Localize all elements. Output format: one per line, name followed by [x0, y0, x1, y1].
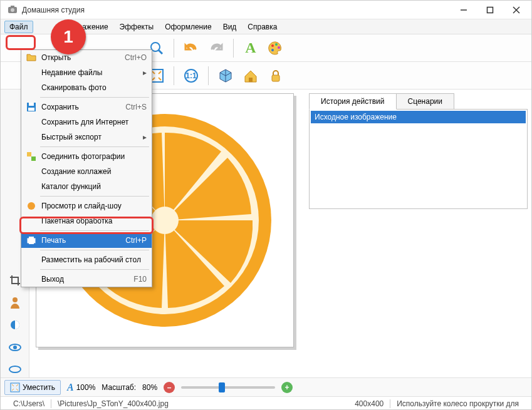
slideshow-icon [24, 201, 39, 211]
svg-text:1:1: 1:1 [185, 71, 197, 80]
svg-point-32 [28, 202, 35, 210]
svg-rect-30 [27, 152, 31, 156]
cube-icon[interactable] [215, 65, 236, 86]
svg-line-8 [159, 50, 162, 54]
status-file: \Pictures\Jp_STonY_400x400.jpg [51, 399, 175, 408]
contrast-icon[interactable] [6, 317, 24, 333]
menu-collage[interactable]: Создание коллажей [21, 164, 152, 179]
svg-rect-31 [31, 156, 36, 161]
svg-point-9 [271, 44, 274, 47]
fit-button[interactable]: Уместить [4, 380, 61, 395]
svg-rect-16 [249, 78, 253, 82]
svg-rect-28 [29, 103, 34, 106]
scale-label: Масштаб: [102, 383, 136, 392]
ratio-1-1-icon[interactable]: 1:1 [180, 65, 202, 86]
scale-value: 80% [142, 383, 157, 392]
status-bar-info: C:\Users\ \Pictures\Jp_STonY_400x400.jpg… [1, 396, 531, 410]
menu-exit[interactable]: Выход F10 [21, 272, 152, 287]
svg-point-25 [151, 207, 179, 234]
menu-save[interactable]: Сохранить Ctrl+S [21, 100, 152, 115]
redo-icon[interactable] [206, 38, 227, 59]
chevron-right-icon: ▸ [143, 133, 147, 141]
palette-icon[interactable] [265, 38, 286, 59]
svg-point-12 [278, 46, 280, 49]
save-icon [24, 102, 39, 112]
folder-open-icon [24, 53, 39, 63]
svg-rect-17 [272, 75, 279, 81]
history-list[interactable]: Исходное изображение [309, 109, 528, 209]
titlebar: Домашняя студия [1, 1, 531, 19]
text-a-icon: A [67, 382, 74, 393]
svg-point-11 [275, 43, 278, 46]
text-zoom: A 100% [67, 382, 95, 393]
print-icon [24, 235, 39, 245]
tab-history[interactable]: История действий [309, 93, 397, 110]
right-panel: История действий Сценарии Исходное изобр… [305, 90, 531, 377]
status-path-prefix: C:\Users\ [7, 399, 51, 408]
menu-effects[interactable]: Эффекты [115, 21, 159, 33]
close-button[interactable] [504, 1, 529, 19]
svg-point-22 [9, 366, 21, 372]
menu-quick-export[interactable]: Быстрый экспорт▸ [21, 130, 152, 145]
menu-open[interactable]: Открыть Ctrl+O [21, 50, 152, 65]
history-item[interactable]: Исходное изображение [311, 111, 526, 123]
svg-rect-35 [29, 242, 34, 244]
status-bar-zoom: Уместить A 100% Масштаб: 80% – + [1, 377, 531, 396]
zoom-out-button[interactable]: – [164, 382, 175, 393]
menu-scan[interactable]: Сканировать фото [21, 80, 152, 95]
file-dropdown: Открыть Ctrl+O Недавние файлы▸ Сканирова… [21, 49, 152, 287]
zoom-in-button[interactable]: + [281, 382, 293, 393]
undo-icon[interactable] [180, 38, 202, 59]
slider-thumb[interactable] [219, 382, 225, 392]
menu-batch[interactable]: Пакетная обработка [21, 213, 152, 228]
minimize-button[interactable] [451, 1, 476, 19]
svg-point-7 [151, 43, 160, 51]
menu-help[interactable]: Справка [243, 21, 282, 33]
status-dims: 400x400 [348, 399, 390, 408]
eye-icon[interactable] [6, 339, 24, 356]
app-icon [7, 4, 18, 16]
menu-slideshow[interactable]: Просмотр и слайд-шоу [21, 198, 152, 213]
menu-merge[interactable]: Соединить фотографии [21, 149, 152, 164]
fit-label: Уместить [23, 383, 55, 392]
menu-catalog[interactable]: Каталог функций [21, 179, 152, 194]
svg-point-10 [271, 49, 274, 51]
merge-icon [24, 151, 39, 161]
menu-recent[interactable]: Недавние файлы▸ [21, 65, 152, 80]
oval-icon[interactable] [6, 361, 24, 377]
menu-file[interactable]: Файл [4, 21, 33, 33]
chevron-right-icon: ▸ [143, 68, 147, 77]
svg-point-18 [13, 297, 18, 302]
menu-print[interactable]: Печать Ctrl+P [21, 233, 152, 248]
menu-view[interactable]: Вид [218, 21, 242, 33]
svg-rect-4 [488, 7, 493, 13]
panel-tabs: История действий Сценарии [309, 93, 528, 110]
menu-save-web[interactable]: Сохранить для Интернет [21, 115, 152, 130]
person-icon[interactable] [6, 295, 24, 311]
text-tool-icon[interactable]: A [240, 38, 261, 59]
menu-design[interactable]: Оформление [160, 21, 216, 33]
tab-scenarios[interactable]: Сценарии [397, 93, 454, 110]
zoom-slider[interactable] [181, 386, 275, 389]
status-hint: Используйте колесо прокрутки для [390, 399, 525, 408]
svg-point-21 [13, 346, 17, 349]
lock-icon[interactable] [265, 65, 286, 86]
svg-rect-34 [29, 237, 34, 239]
svg-rect-29 [28, 108, 34, 111]
home-icon[interactable] [240, 65, 261, 86]
window-title: Домашняя студия [22, 6, 451, 14]
svg-rect-2 [11, 6, 14, 8]
menu-wallpaper[interactable]: Разместить на рабочий стол [21, 252, 152, 267]
step-badge: 1 [51, 19, 86, 54]
maximize-button[interactable] [477, 1, 503, 19]
svg-point-1 [11, 8, 14, 12]
